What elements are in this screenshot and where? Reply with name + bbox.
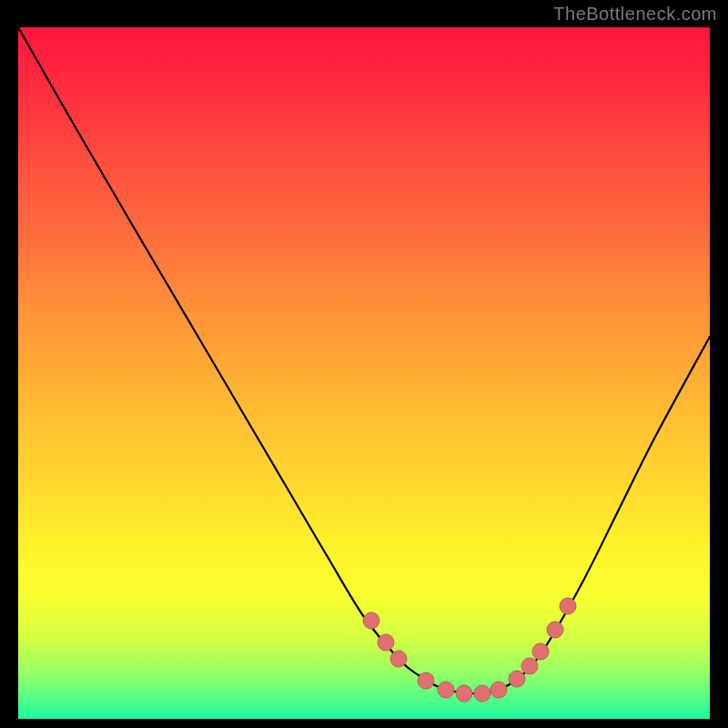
watermark-text: TheBottleneck.com <box>553 4 717 25</box>
curve-markers <box>363 598 576 702</box>
bottleneck-curve <box>18 27 710 693</box>
curve-marker <box>474 685 490 702</box>
curve-marker <box>378 634 394 651</box>
curve-marker <box>418 672 434 689</box>
plot-area <box>18 27 710 719</box>
chart-stage: TheBottleneck.com <box>0 0 728 728</box>
curve-marker <box>490 682 507 698</box>
curve-marker <box>438 682 454 698</box>
curve-marker <box>547 622 563 638</box>
chart-svg <box>18 27 710 719</box>
curve-marker <box>363 612 379 629</box>
curve-marker <box>456 685 472 702</box>
curve-marker <box>390 651 407 667</box>
curve-marker <box>521 658 538 674</box>
curve-marker <box>509 671 525 687</box>
curve-marker <box>560 598 576 614</box>
curve-marker <box>532 643 549 660</box>
